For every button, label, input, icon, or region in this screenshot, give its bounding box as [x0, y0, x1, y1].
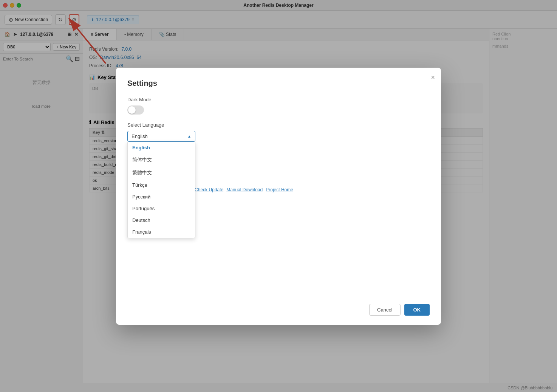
language-label: Select Language [127, 122, 430, 128]
project-home-link[interactable]: Project Home [266, 187, 293, 192]
dark-mode-toggle[interactable] [127, 105, 144, 115]
language-selected[interactable]: English ▲ [127, 131, 195, 142]
settings-modal: Settings × Dark Mode Select Language Eng… [116, 68, 441, 325]
modal-overlay: Settings × Dark Mode Select Language Eng… [0, 0, 557, 392]
ok-button[interactable]: OK [404, 304, 430, 316]
modal-close-button[interactable]: × [431, 74, 435, 82]
language-option-portuguese[interactable]: Português [128, 203, 195, 214]
language-dropdown-menu: English 简体中文 繁體中文 Türkçe Русский Portugu… [127, 142, 195, 238]
selected-language-text: English [132, 133, 148, 139]
language-section: Select Language English ▲ English 简体中文 繁… [127, 122, 430, 142]
cancel-button[interactable]: Cancel [369, 304, 400, 316]
language-option-simplified-chinese[interactable]: 简体中文 [128, 153, 195, 166]
manual-download-link[interactable]: Manual Download [226, 187, 263, 192]
language-option-turkish[interactable]: Türkçe [128, 179, 195, 191]
toggle-knob [128, 106, 136, 114]
language-option-traditional-chinese[interactable]: 繁體中文 [128, 166, 195, 179]
language-option-russian[interactable]: Русский [128, 191, 195, 203]
language-option-german[interactable]: Deutsch [128, 214, 195, 226]
settings-title: Settings [127, 79, 430, 88]
modal-footer: Cancel OK [369, 304, 430, 316]
dark-mode-label: Dark Mode [127, 97, 430, 102]
chevron-up-icon: ▲ [187, 134, 191, 138]
language-option-english[interactable]: English [128, 142, 195, 153]
language-option-french[interactable]: Français [128, 226, 195, 238]
check-update-link[interactable]: Check Update [195, 187, 223, 192]
language-dropdown[interactable]: English ▲ English 简体中文 繁體中文 Türkçe Русск… [127, 131, 195, 142]
dark-mode-section: Dark Mode [127, 97, 430, 115]
